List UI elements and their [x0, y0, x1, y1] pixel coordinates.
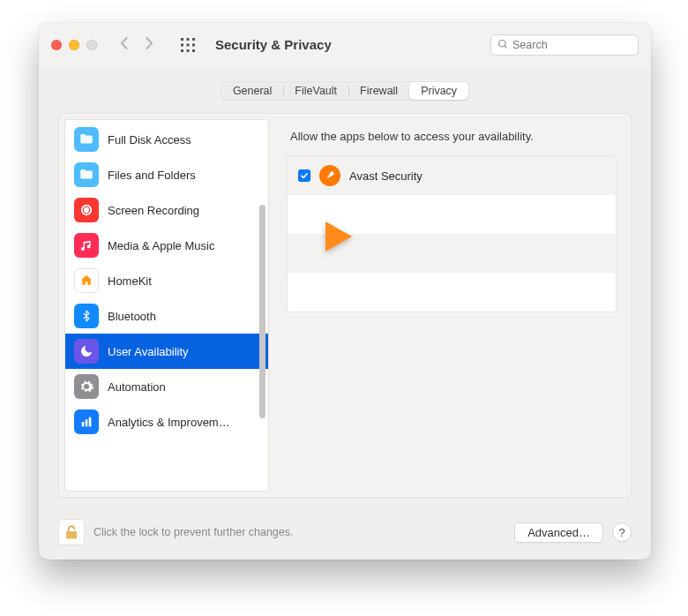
svg-rect-13: [82, 422, 85, 426]
advanced-button[interactable]: Advanced…: [514, 522, 603, 543]
svg-rect-2: [192, 38, 195, 41]
sidebar-item-label: Files and Folders: [108, 169, 196, 182]
svg-rect-7: [187, 49, 190, 52]
nav-arrows: [118, 36, 155, 54]
help-button[interactable]: ?: [612, 522, 632, 542]
detail-description: Allow the apps below to access your avai…: [290, 130, 613, 143]
sidebar-item-label: Bluetooth: [108, 310, 156, 323]
sidebar-item-files-folders[interactable]: Files and Folders: [65, 157, 268, 192]
svg-point-12: [85, 208, 89, 213]
sidebar-item-screen-recording[interactable]: Screen Recording: [65, 192, 268, 228]
app-row[interactable]: Avast Security: [288, 156, 616, 195]
sidebar-item-label: Full Disk Access: [108, 133, 191, 146]
search-input[interactable]: [512, 39, 651, 51]
sidebar-item-user-availability[interactable]: User Availability: [65, 334, 268, 369]
svg-rect-5: [192, 43, 195, 46]
svg-rect-0: [181, 38, 183, 41]
sidebar-item-analytics[interactable]: Analytics & Improvem…: [65, 404, 268, 439]
close-window-button[interactable]: [51, 40, 62, 50]
tab-filevault[interactable]: FileVault: [283, 82, 348, 100]
tabs-row: General FileVault Firewall Privacy: [39, 67, 651, 108]
lock-hint-text: Click the lock to prevent further change…: [93, 526, 294, 538]
window-controls: [51, 40, 97, 50]
sidebar-item-homekit[interactable]: HomeKit: [65, 263, 268, 298]
fullscreen-window-button: [86, 40, 97, 50]
tab-general[interactable]: General: [221, 82, 283, 100]
tab-bar: General FileVault Firewall Privacy: [221, 81, 469, 101]
app-name-label: Avast Security: [349, 169, 423, 183]
svg-rect-1: [187, 38, 190, 41]
sidebar-item-label: Screen Recording: [108, 204, 199, 217]
folder-icon: [74, 162, 99, 187]
search-icon: [497, 37, 508, 53]
category-sidebar: Full Disk Access Files and Folders Scree…: [64, 119, 269, 492]
avast-icon: [319, 165, 340, 186]
chart-icon: [74, 409, 99, 434]
moon-icon: [74, 339, 99, 364]
titlebar: Security & Privacy: [39, 23, 651, 67]
tab-firewall[interactable]: Firewall: [348, 82, 409, 100]
svg-rect-4: [187, 43, 190, 46]
record-icon: [74, 198, 99, 222]
sidebar-item-label: Media & Apple Music: [108, 239, 214, 252]
sidebar-item-label: HomeKit: [108, 274, 152, 288]
forward-button[interactable]: [143, 36, 155, 54]
music-icon: [74, 233, 99, 258]
lock-button[interactable]: [58, 519, 85, 545]
svg-rect-8: [192, 49, 195, 52]
sidebar-item-automation[interactable]: Automation: [65, 369, 268, 404]
svg-rect-6: [181, 49, 183, 52]
detail-pane: Allow the apps below to access your avai…: [278, 119, 625, 492]
preferences-window: Security & Privacy General FileVault Fir…: [39, 23, 651, 560]
minimize-window-button[interactable]: [69, 40, 79, 50]
sidebar-item-label: Automation: [108, 380, 166, 394]
sidebar-item-label: User Availability: [108, 345, 189, 358]
footer: Click the lock to prevent further change…: [39, 510, 651, 560]
sidebar-item-bluetooth[interactable]: Bluetooth: [65, 298, 268, 334]
sidebar-item-label: Analytics & Improvem…: [108, 416, 230, 429]
svg-rect-16: [66, 531, 77, 538]
sidebar-scrollbar[interactable]: [259, 205, 265, 418]
bluetooth-icon: [74, 304, 99, 328]
svg-rect-15: [89, 417, 92, 427]
tab-privacy[interactable]: Privacy: [409, 82, 468, 100]
folder-icon: [74, 127, 99, 152]
show-all-button[interactable]: [180, 37, 196, 53]
svg-rect-3: [181, 43, 183, 46]
window-title: Security & Privacy: [215, 37, 332, 52]
app-checkbox[interactable]: [298, 169, 310, 182]
search-field[interactable]: [490, 34, 639, 56]
home-icon: [74, 268, 99, 293]
sidebar-item-full-disk-access[interactable]: Full Disk Access: [65, 122, 268, 157]
svg-rect-14: [86, 419, 88, 426]
callout-arrow-icon: [325, 222, 352, 252]
privacy-panel: Full Disk Access Files and Folders Scree…: [58, 113, 632, 498]
back-button[interactable]: [118, 36, 131, 54]
gear-icon: [74, 374, 99, 399]
sidebar-item-media-music[interactable]: Media & Apple Music: [65, 228, 268, 263]
app-row-empty: [288, 273, 616, 312]
svg-line-10: [505, 45, 507, 48]
content-area: Full Disk Access Files and Folders Scree…: [39, 108, 651, 510]
